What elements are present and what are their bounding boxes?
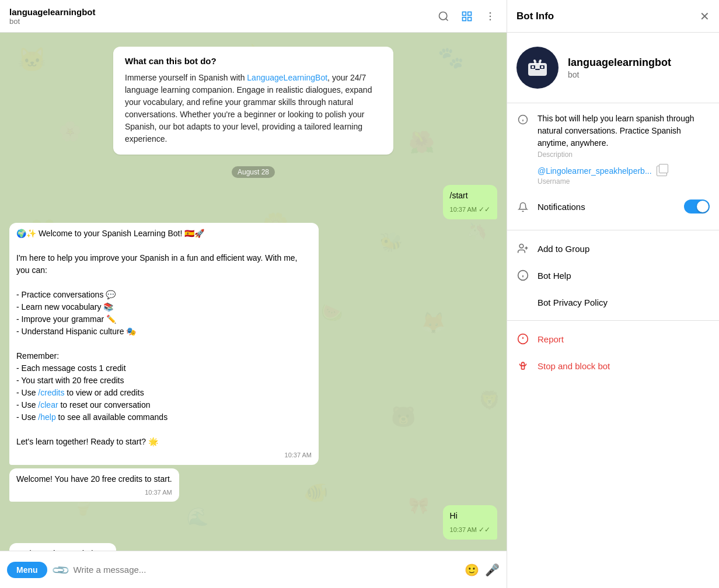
bot-info-panel-title: Bot Info [516,10,693,22]
emoji-icon[interactable]: 🙂 [465,563,479,577]
actions-section: Add to Group Bot Help Bot Privacy Policy [507,230,719,321]
danger-section: Report Stop and block bot [507,321,719,384]
close-button[interactable]: ✕ [700,9,710,23]
svg-point-44 [533,60,536,62]
username-value-row: @Lingolearner_speakhelperb... [537,166,710,176]
bubble-text-out1: /start [450,191,468,200]
notifications-toggle[interactable] [684,200,710,214]
message-row-in3: ¡Hola! ¿Cómo estás hoy? 10:37 AM [9,543,497,551]
svg-rect-2 [463,12,466,15]
svg-point-45 [539,60,542,62]
description-row: This bot will help you learn spanish thr… [516,113,710,159]
person-add-icon [516,242,529,255]
more-icon[interactable] [483,9,497,23]
info-section: This bot will help you learn spanish thr… [507,103,719,230]
double-check-icon-2: ✓✓ [479,524,490,535]
notifications-row: Notifications [516,192,710,220]
copy-icon[interactable] [657,166,667,176]
username-link[interactable]: @Lingolearner_speakhelperb... [537,166,652,176]
block-row[interactable]: Stop and block bot [507,352,719,379]
bot-help-icon [516,269,529,282]
report-label: Report [537,334,564,344]
svg-rect-3 [468,12,472,15]
username-text-block: @Lingolearner_speakhelperb... Username [537,166,710,186]
bubble-text-out2: Hi [450,511,458,520]
double-check-icon: ✓✓ [479,204,490,215]
bot-profile-sub: bot [568,70,671,79]
bot-info-panel: Bot Info ✕ languagelearningbot bot [507,0,719,588]
add-to-group-row[interactable]: Add to Group [507,235,719,262]
chat-messages-wrap: 🐱 ⭐ 🌙 🍀 🐾 🌸 🐢 🦋 🌺 🐸 🍄 🌼 🐝 🦄 🌵 🐙 🍉 🦊 🐬 🌈 … [0,33,507,551]
svg-point-0 [439,12,447,19]
bell-icon [516,201,529,214]
bot-privacy-label: Bot Privacy Policy [537,298,608,307]
bubble-text-in1: 🌍✨ Welcome to your Spanish Learning Bot!… [16,228,312,448]
bubble-in2: Welcome! You have 20 free credits to sta… [9,468,179,502]
info-circle-icon [516,113,529,126]
bubble-time-in2: 10:37 AM [16,488,172,498]
chat-header-name: languagelearningbot [9,7,430,17]
bot-help-label: Bot Help [537,271,571,281]
bubble-time-out2: 10:37 AM ✓✓ [450,524,490,535]
bot-privacy-row[interactable]: Bot Privacy Policy [507,289,719,316]
message-input[interactable] [74,565,459,575]
bubble-time-out1: 10:37 AM ✓✓ [450,204,490,215]
message-row-out2: Hi 10:37 AM ✓✓ [9,505,497,540]
block-label: Stop and block bot [537,361,610,371]
svg-point-7 [490,15,491,17]
bot-avatar [516,47,559,89]
bot-info-bubble-title: What can this bot do? [125,56,382,66]
description-text: This bot will help you learn spanish thr… [537,113,710,149]
date-badge: August 28 [9,166,497,178]
bot-profile-text: languagelearningbot bot [568,57,671,79]
bubble-time-in1: 10:37 AM [16,450,312,460]
layout-icon[interactable] [460,9,474,23]
report-icon [516,332,529,345]
chat-header-icons [437,9,497,23]
bot-profile-name: languagelearningbot [568,57,671,69]
svg-rect-5 [468,17,472,20]
svg-point-39 [532,66,534,68]
add-to-group-label: Add to Group [537,244,589,254]
stop-icon [516,359,529,372]
svg-rect-41 [535,69,540,70]
username-label: Username [537,177,710,186]
svg-point-50 [519,244,523,249]
description-label: Description [537,150,710,159]
svg-line-1 [446,18,448,20]
report-row[interactable]: Report [507,326,719,352]
mic-icon[interactable]: 🎤 [485,563,500,577]
bot-info-header: Bot Info ✕ [507,0,719,33]
bubble-text-in3: ¡Hola! ¿Cómo estás hoy? [16,549,109,551]
toggle-knob [697,201,708,212]
svg-rect-4 [463,17,466,20]
chat-header-info: languagelearningbot bot [9,7,430,26]
message-row-in2: Welcome! You have 20 free credits to sta… [9,468,497,502]
bubble-text-in2: Welcome! You have 20 free credits to sta… [16,474,172,484]
svg-point-40 [541,66,543,68]
svg-point-8 [490,19,491,20]
bot-profile-section: languagelearningbot bot [507,33,719,103]
search-icon[interactable] [437,9,451,23]
bubble-out2: Hi 10:37 AM ✓✓ [443,505,497,540]
message-row-in1: 🌍✨ Welcome to your Spanish Learning Bot!… [9,223,497,465]
chat-header: languagelearningbot bot [0,0,507,33]
chat-messages: What can this bot do? Immerse yourself i… [0,33,507,551]
bubble-out1: /start 10:37 AM ✓✓ [443,185,497,219]
chat-input-bar: Menu 📎 🙂 🎤 [0,551,507,588]
bubble-in3: ¡Hola! ¿Cómo estás hoy? 10:37 AM [9,543,116,551]
chat-panel: languagelearningbot bot 🐱 ⭐ 🌙 🍀 🐾 🌸 🐢 [0,0,507,588]
chat-header-sub: bot [9,17,430,26]
bot-help-row[interactable]: Bot Help [507,262,719,289]
bot-info-bubble-text: Immerse yourself in Spanish with Languag… [125,72,382,145]
username-row: @Lingolearner_speakhelperb... Username [516,166,710,186]
description-text-block: This bot will help you learn spanish thr… [537,113,710,159]
menu-button[interactable]: Menu [7,562,47,578]
bubble-in1: 🌍✨ Welcome to your Spanish Learning Bot!… [9,223,319,465]
message-row-out1: /start 10:37 AM ✓✓ [9,185,497,219]
bot-info-bubble: What can this bot do? Immerse yourself i… [113,47,393,155]
notifications-label: Notifications [537,202,676,212]
svg-point-6 [490,12,491,13]
attach-icon[interactable]: 📎 [50,559,71,580]
